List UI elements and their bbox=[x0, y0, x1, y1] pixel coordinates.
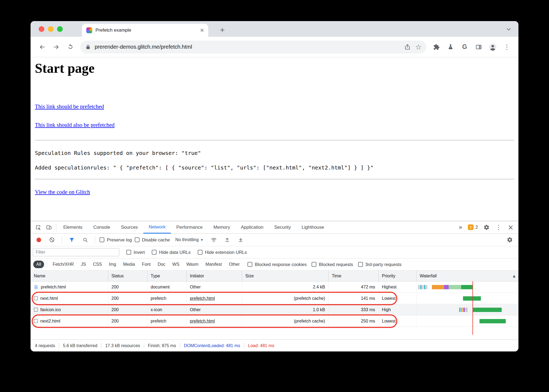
import-har-icon[interactable] bbox=[222, 234, 233, 245]
beaker-icon[interactable] bbox=[444, 41, 457, 53]
bookmark-star-icon[interactable]: ☆ bbox=[415, 43, 422, 51]
table-row[interactable]: favicon.ico 200 x-icon Other 1.0 kB 333 … bbox=[31, 304, 518, 315]
profile-avatar-icon[interactable] bbox=[487, 41, 499, 53]
tab-console[interactable]: Console bbox=[88, 221, 115, 234]
tab-application[interactable]: Application bbox=[236, 221, 269, 234]
address-bar[interactable]: prerender-demos.glitch.me/prefetch.html … bbox=[80, 41, 426, 54]
checkbox-icon[interactable] bbox=[198, 250, 203, 255]
network-conditions-icon[interactable] bbox=[208, 234, 219, 245]
column-header-waterfall[interactable]: Waterfall ▲ bbox=[416, 271, 518, 281]
chip-all[interactable]: All bbox=[33, 261, 44, 268]
column-header-status[interactable]: Status bbox=[108, 271, 147, 281]
chip-wasm[interactable]: Wasm bbox=[183, 261, 201, 268]
column-header-priority[interactable]: Priority bbox=[379, 271, 416, 281]
tab-memory[interactable]: Memory bbox=[208, 221, 235, 234]
network-settings-gear-icon[interactable] bbox=[504, 234, 515, 245]
tab-network[interactable]: Network bbox=[143, 221, 171, 234]
chip-fetch-xhr[interactable]: Fetch/XHR bbox=[50, 261, 77, 268]
tab-performance[interactable]: Performance bbox=[171, 221, 208, 234]
chip-manifest[interactable]: Manifest bbox=[203, 261, 225, 268]
tab-elements[interactable]: Elements bbox=[58, 221, 88, 234]
search-icon[interactable] bbox=[80, 234, 91, 245]
prefetch-link-2[interactable]: This link should also be prefetched bbox=[35, 122, 115, 128]
column-header-size[interactable]: Size bbox=[242, 271, 329, 281]
tab-search-chevron-icon[interactable] bbox=[506, 26, 511, 32]
filter-input[interactable] bbox=[33, 248, 119, 256]
lock-icon[interactable] bbox=[85, 44, 91, 50]
minimize-window-button[interactable] bbox=[48, 26, 54, 32]
url-text[interactable]: prerender-demos.glitch.me/prefetch.html bbox=[95, 44, 192, 50]
issues-indicator[interactable]: ! 2 bbox=[466, 224, 480, 230]
checkbox-icon[interactable] bbox=[126, 250, 131, 255]
initiator-link[interactable]: prefetch.html bbox=[190, 319, 215, 323]
chip-ws[interactable]: WS bbox=[169, 261, 182, 268]
device-toolbar-icon[interactable] bbox=[44, 222, 54, 233]
initiator-link[interactable]: prefetch.html bbox=[190, 296, 215, 301]
chip-font[interactable]: Font bbox=[139, 261, 154, 268]
checkbox-icon[interactable] bbox=[135, 237, 140, 242]
table-row[interactable]: prefetch.html 200 document Other 2.4 kB … bbox=[31, 281, 518, 293]
devtools-tab-bar: Elements Console Sources Network Perform… bbox=[31, 221, 518, 234]
table-row[interactable]: next2.html 200 prefetch prefetch.html (p… bbox=[31, 315, 518, 327]
table-row[interactable]: next.html 200 prefetch prefetch.html (pr… bbox=[31, 293, 518, 304]
column-header-time[interactable]: Time bbox=[329, 271, 379, 281]
checkbox-icon[interactable] bbox=[247, 262, 252, 267]
browser-menu-kebab-icon[interactable]: ⋮ bbox=[501, 41, 513, 53]
maximize-window-button[interactable] bbox=[57, 26, 63, 32]
chip-doc[interactable]: Doc bbox=[155, 261, 168, 268]
more-tabs-icon[interactable]: » bbox=[457, 224, 465, 231]
blocked-response-cookies-checkbox[interactable]: Blocked response cookies bbox=[247, 262, 307, 267]
reload-icon[interactable] bbox=[64, 41, 77, 53]
new-tab-button[interactable]: + bbox=[217, 25, 227, 35]
extensions-puzzle-icon[interactable] bbox=[430, 41, 443, 53]
request-name-cell[interactable]: prefetch.html bbox=[31, 281, 108, 293]
chip-css[interactable]: CSS bbox=[90, 261, 105, 268]
hide-extension-urls-checkbox[interactable]: Hide extension URLs bbox=[198, 250, 247, 255]
tab-security[interactable]: Security bbox=[269, 221, 296, 234]
chip-media[interactable]: Media bbox=[120, 261, 138, 268]
share-icon[interactable] bbox=[404, 44, 411, 50]
devtools-menu-kebab-icon[interactable]: ⋮ bbox=[493, 222, 504, 233]
checkbox-icon[interactable] bbox=[312, 262, 316, 267]
column-header-name[interactable]: Name bbox=[31, 271, 108, 281]
forward-icon[interactable] bbox=[50, 41, 62, 53]
devtools-close-icon[interactable]: × bbox=[505, 223, 516, 231]
column-header-initiator[interactable]: Initiator bbox=[187, 271, 242, 281]
browser-tab[interactable]: Prefetch example × bbox=[82, 24, 208, 37]
divider bbox=[35, 140, 514, 140]
prefetch-link-1[interactable]: This link should be prefetched bbox=[35, 103, 104, 110]
column-header-type[interactable]: Type bbox=[147, 271, 187, 281]
invert-checkbox[interactable]: Invert bbox=[126, 250, 145, 255]
tab-lighthouse[interactable]: Lighthouse bbox=[296, 221, 329, 234]
request-name-cell[interactable]: next2.html bbox=[31, 315, 108, 327]
chip-other[interactable]: Other bbox=[226, 261, 243, 268]
tab-sources[interactable]: Sources bbox=[115, 221, 143, 234]
request-name-cell[interactable]: next.html bbox=[31, 293, 108, 304]
close-window-button[interactable] bbox=[39, 26, 44, 32]
checkbox-icon[interactable] bbox=[152, 250, 157, 255]
devtools-settings-gear-icon[interactable] bbox=[481, 222, 492, 233]
glitch-code-link[interactable]: View the code on Glitch bbox=[35, 189, 90, 195]
record-network-log-button[interactable] bbox=[37, 238, 41, 242]
request-name-cell[interactable]: favicon.ico bbox=[31, 304, 108, 315]
clear-network-log-icon[interactable] bbox=[47, 234, 57, 245]
side-panel-icon[interactable] bbox=[472, 41, 485, 53]
chip-js[interactable]: JS bbox=[78, 261, 89, 268]
export-har-icon[interactable] bbox=[235, 234, 246, 245]
chip-img[interactable]: Img bbox=[106, 261, 119, 268]
checkbox-icon[interactable] bbox=[358, 262, 363, 267]
hide-data-urls-checkbox[interactable]: Hide data URLs bbox=[152, 250, 190, 255]
request-name: prefetch.html bbox=[41, 281, 66, 293]
back-icon[interactable] bbox=[36, 41, 48, 53]
google-g-icon[interactable]: G bbox=[458, 41, 471, 53]
checkbox-icon[interactable] bbox=[100, 237, 104, 242]
throttling-select[interactable]: No throttling ▾ bbox=[175, 237, 203, 242]
inspect-element-icon[interactable] bbox=[33, 222, 44, 233]
tab-close-icon[interactable]: × bbox=[200, 27, 204, 34]
disable-cache-checkbox[interactable]: Disable cache bbox=[135, 237, 170, 242]
blocked-requests-checkbox[interactable]: Blocked requests bbox=[312, 262, 353, 267]
third-party-requests-checkbox[interactable]: 3rd-party requests bbox=[358, 262, 402, 267]
preserve-log-checkbox[interactable]: Preserve log bbox=[100, 237, 132, 242]
filter-funnel-icon[interactable] bbox=[66, 234, 77, 245]
sort-ascending-icon[interactable]: ▲ bbox=[513, 271, 515, 281]
